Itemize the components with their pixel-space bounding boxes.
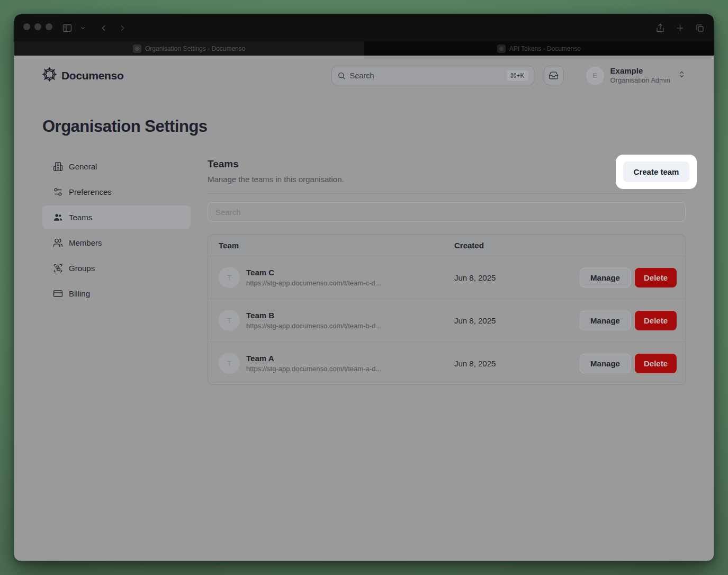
forward-button-icon[interactable] (118, 23, 127, 32)
user-name: Example (610, 66, 670, 76)
column-header-created: Created (454, 241, 585, 250)
user-menu[interactable]: E Example Organisation Admin (586, 66, 686, 85)
users-icon (53, 238, 63, 248)
browser-toolbar (14, 14, 714, 41)
group-icon (53, 263, 63, 273)
team-url: https://stg-app.documenso.com/t/team-c-d… (246, 279, 381, 287)
sidebar-item-label: General (69, 162, 97, 171)
share-icon[interactable] (655, 23, 665, 33)
page-title: Organisation Settings (42, 117, 686, 136)
tab-title: API Tokens - Documenso (509, 45, 581, 52)
team-url: https://stg-app.documenso.com/t/team-a-d… (246, 365, 381, 373)
users-filled-icon (53, 212, 63, 222)
tab-organisation-settings[interactable]: Organisation Settings - Documenso (14, 41, 364, 56)
sidebar-menu-chevron-icon[interactable] (80, 25, 86, 31)
sidebar-item-members[interactable]: Members (42, 231, 191, 254)
toolbar-separator (76, 23, 76, 32)
browser-window: Organisation Settings - Documenso API To… (14, 14, 714, 561)
create-team-button[interactable]: Create team (623, 161, 690, 182)
inbox-icon (549, 70, 559, 80)
team-name: Team C (246, 268, 381, 277)
delete-team-button[interactable]: Delete (635, 311, 677, 330)
inbox-button[interactable] (544, 66, 564, 85)
sidebar-item-preferences[interactable]: Preferences (42, 180, 191, 203)
sliders-icon (53, 187, 63, 197)
global-search-bar[interactable]: ⌘+K (331, 66, 534, 85)
documenso-favicon (133, 44, 141, 53)
sidebar-item-label: Members (69, 238, 102, 247)
documenso-favicon (497, 44, 506, 53)
teams-table: Team Created T Team C https://stg-app.do… (208, 234, 686, 385)
zoom-window-button[interactable] (46, 23, 52, 30)
brand-name: Documenso (61, 69, 124, 82)
app-header: Documenso ⌘+K E Example Organisa (42, 56, 686, 85)
user-role: Organisation Admin (610, 76, 670, 85)
sidebar-item-label: Preferences (69, 187, 112, 196)
team-created-date: Jun 8, 2025 (454, 273, 585, 282)
chevrons-up-down-icon (678, 70, 686, 80)
table-row[interactable]: T Team B https://stg-app.documenso.com/t… (208, 299, 685, 342)
credit-card-icon (53, 289, 63, 299)
manage-team-button[interactable]: Manage (580, 268, 631, 288)
global-search-input[interactable] (350, 71, 502, 80)
tab-bar: Organisation Settings - Documenso API To… (14, 41, 714, 56)
team-created-date: Jun 8, 2025 (454, 316, 585, 325)
team-avatar: T (219, 267, 240, 288)
sidebar-item-label: Billing (69, 289, 90, 298)
delete-team-button[interactable]: Delete (635, 354, 677, 373)
desktop: { "browser": { "tabs": [ { "title": "Org… (0, 0, 728, 575)
create-team-spotlight: Create team (616, 155, 697, 189)
sidebar-toggle-icon[interactable] (62, 23, 73, 33)
sidebar-item-billing[interactable]: Billing (42, 282, 191, 305)
manage-team-button[interactable]: Manage (580, 354, 631, 373)
back-button-icon[interactable] (99, 23, 108, 32)
team-created-date: Jun 8, 2025 (454, 359, 585, 368)
table-row[interactable]: T Team A https://stg-app.documenso.com/t… (208, 342, 685, 384)
table-row[interactable]: T Team C https://stg-app.documenso.com/t… (208, 256, 685, 299)
documenso-logo-icon (42, 67, 57, 84)
close-window-button[interactable] (23, 23, 30, 30)
page-content: Documenso ⌘+K E Example Organisa (14, 56, 714, 561)
team-name: Team A (246, 354, 381, 363)
team-avatar: T (219, 310, 240, 331)
sidebar-item-label: Groups (69, 264, 95, 273)
sidebar-item-groups[interactable]: Groups (42, 256, 191, 280)
table-header-row: Team Created (208, 235, 685, 256)
column-header-team: Team (208, 241, 454, 250)
minimize-window-button[interactable] (34, 23, 41, 30)
brand[interactable]: Documenso (42, 67, 124, 84)
delete-team-button[interactable]: Delete (635, 268, 677, 288)
team-name: Team B (246, 311, 381, 320)
tab-overview-icon[interactable] (695, 23, 705, 33)
teams-panel: Create team Teams Manage the teams in th… (208, 155, 686, 385)
team-url: https://stg-app.documenso.com/t/team-b-d… (246, 322, 381, 330)
manage-team-button[interactable]: Manage (580, 311, 631, 330)
new-tab-icon[interactable] (676, 23, 685, 32)
section-divider (208, 193, 686, 194)
search-shortcut-badge: ⌘+K (507, 70, 528, 81)
user-avatar: E (586, 67, 604, 85)
sidebar-item-teams[interactable]: Teams (42, 205, 191, 229)
sidebar-item-label: Teams (69, 213, 92, 222)
section-subtitle: Manage the teams in this organisation. (208, 175, 686, 184)
team-avatar: T (219, 353, 240, 374)
sidebar-item-general[interactable]: General (42, 155, 191, 178)
building-icon (53, 161, 63, 172)
settings-sidebar: General Preferences Teams Members Groups (42, 155, 191, 385)
teams-search-input[interactable] (208, 202, 686, 222)
section-title: Teams (208, 155, 686, 170)
traffic-lights (23, 23, 52, 30)
search-icon (337, 71, 346, 80)
tab-api-tokens[interactable]: API Tokens - Documenso (364, 41, 714, 56)
browser-chrome: Organisation Settings - Documenso API To… (14, 14, 714, 56)
tab-title: Organisation Settings - Documenso (145, 45, 245, 52)
